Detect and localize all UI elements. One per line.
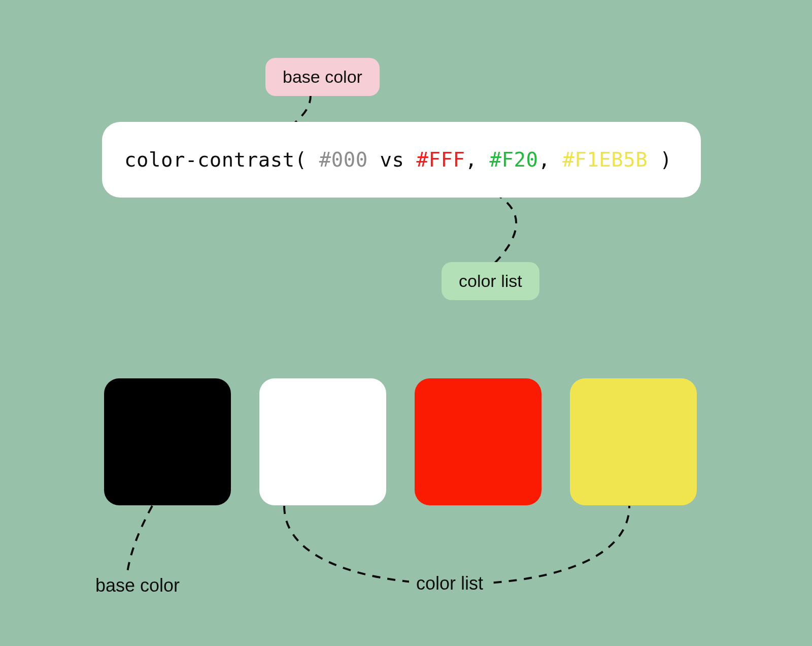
base-token: #000 xyxy=(319,148,368,171)
bottom-label-base-text: base color xyxy=(95,575,180,596)
bottom-label-list: color list xyxy=(409,573,490,594)
connector-lines xyxy=(0,0,812,646)
swatch-2 xyxy=(415,378,542,505)
list-token-1: #FFF xyxy=(417,148,465,171)
callout-color-list: color list xyxy=(442,262,539,300)
vs-keyword: vs xyxy=(380,148,404,171)
bottom-label-list-text: color list xyxy=(416,573,483,594)
swatch-3 xyxy=(570,378,697,505)
code-panel: color-contrast( #000 vs #FFF, #F20, #F1E… xyxy=(102,122,701,198)
fn-name: color-contrast xyxy=(124,148,295,171)
bottom-label-base: base color xyxy=(88,575,187,596)
list-token-3: #F1EB5B xyxy=(562,148,648,171)
swatch-1 xyxy=(259,378,386,505)
list-token-2: #F20 xyxy=(489,148,538,171)
diagram-stage: base color color-contrast( #000 vs #FFF,… xyxy=(0,0,812,646)
callout-base-color: base color xyxy=(265,58,380,96)
callout-base-color-label: base color xyxy=(283,67,362,86)
swatch-base xyxy=(104,378,231,505)
callout-color-list-label: color list xyxy=(459,271,522,290)
